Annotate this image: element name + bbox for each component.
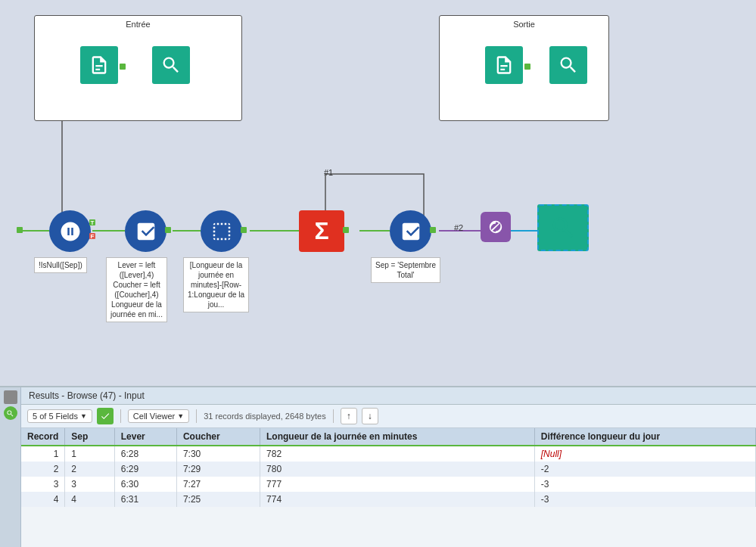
table-row[interactable]: 446:317:25774-3 (21, 492, 756, 507)
cell-lever: 6:31 (114, 492, 176, 507)
toolbar-separator-2 (196, 409, 197, 423)
cell-sep: 1 (65, 446, 114, 462)
filter-false-connector: F (89, 233, 95, 239)
workflow-canvas[interactable]: Entrée Sortie (0, 0, 756, 386)
col-longueur: Longueur de la journée en minutes (260, 428, 535, 446)
cell-record: 3 (21, 477, 65, 492)
sortie-label: Sortie (440, 20, 608, 29)
col-sep: Sep (65, 428, 114, 446)
results-header: Results - Browse (47) - Input (21, 387, 756, 405)
table-row[interactable]: 336:307:27777-3 (21, 477, 756, 492)
entree-viewer-icon[interactable] (152, 46, 190, 84)
results-table-wrapper[interactable]: Record Sep Lever Coucher Longueur de la … (21, 428, 756, 547)
cell-sep: 4 (65, 492, 114, 507)
col-lever: Lever (114, 428, 176, 446)
side-icon-2[interactable] (4, 406, 17, 420)
side-strip (0, 387, 21, 547)
input-connector (17, 227, 23, 233)
formula2-label: Sep = 'SeptembreTotal' (371, 257, 440, 283)
sortie-viewer-icon[interactable] (549, 46, 587, 84)
filter-node[interactable] (49, 210, 91, 252)
formula2-out-connector (430, 227, 436, 233)
sortie-connector-dot (524, 64, 530, 70)
regex-node[interactable] (481, 212, 511, 242)
sortie-browse-icon[interactable] (485, 46, 523, 84)
viewer-dropdown-icon: ▼ (177, 412, 184, 420)
entree-container: Entrée (34, 15, 242, 121)
cell-lever: 6:28 (114, 446, 176, 462)
formula2-node[interactable] (390, 210, 431, 252)
entree-label: Entrée (35, 20, 241, 29)
cell-longueur: 782 (260, 446, 535, 462)
final-browse-node[interactable] (537, 204, 589, 251)
cell-diff: -3 (534, 477, 755, 492)
arrow-up-button[interactable]: ↑ (341, 408, 357, 424)
cell-coucher: 7:29 (176, 462, 260, 477)
filter-true-connector: T (89, 219, 95, 225)
dropdown-arrow-icon: ▼ (80, 412, 87, 420)
cell-longueur: 774 (260, 492, 535, 507)
results-toolbar: 5 of 5 Fields ▼ Cell Viewer ▼ 31 records… (21, 405, 756, 428)
checkmark-button[interactable] (97, 408, 114, 424)
summarize-out-connector (343, 227, 349, 233)
cell-lever: 6:30 (114, 477, 176, 492)
table-row[interactable]: 226:297:29780-2 (21, 462, 756, 477)
cell-longueur: 777 (260, 477, 535, 492)
multirow-node[interactable] (201, 210, 242, 252)
cell-diff: [Null] (534, 446, 755, 462)
side-icon-1[interactable] (4, 390, 17, 404)
table-header-row: Record Sep Lever Coucher Longueur de la … (21, 428, 756, 446)
formula1-node[interactable] (125, 210, 166, 252)
toolbar-separator-1 (120, 409, 121, 423)
cell-longueur: 780 (260, 462, 535, 477)
table-row[interactable]: 116:287:30782[Null] (21, 446, 756, 462)
connector-dot (120, 64, 126, 70)
viewer-label: Cell Viewer (133, 412, 175, 421)
fields-label: 5 of 5 Fields (33, 412, 78, 421)
col-diff: Différence longueur du jour (534, 428, 755, 446)
cell-coucher: 7:27 (176, 477, 260, 492)
arrow-down-button[interactable]: ↓ (362, 408, 378, 424)
fields-button[interactable]: 5 of 5 Fields ▼ (27, 409, 92, 423)
cell-record: 2 (21, 462, 65, 477)
cell-diff: -3 (534, 492, 755, 507)
cell-record: 1 (21, 446, 65, 462)
hash2-label: #2 (454, 223, 463, 232)
cell-sep: 2 (65, 462, 114, 477)
cell-sep: 3 (65, 477, 114, 492)
table-body: 116:287:30782[Null]226:297:29780-2336:30… (21, 446, 756, 507)
cell-lever: 6:29 (114, 462, 176, 477)
results-table: Record Sep Lever Coucher Longueur de la … (21, 428, 756, 507)
results-panel: Results - Browse (47) - Input 5 of 5 Fie… (0, 386, 756, 547)
cell-diff: -2 (534, 462, 755, 477)
cell-coucher: 7:25 (176, 492, 260, 507)
filter-label: !IsNull([Sep]) (34, 257, 87, 273)
results-header-text: Results - Browse (47) - Input (29, 390, 145, 401)
cell-record: 4 (21, 492, 65, 507)
multirow-out-connector (241, 227, 247, 233)
col-record: Record (21, 428, 65, 446)
formula1-out-connector (165, 227, 171, 233)
cell-viewer-button[interactable]: Cell Viewer ▼ (128, 409, 189, 423)
summarize-node[interactable]: Σ (299, 210, 344, 252)
records-info: 31 records displayed, 2648 bytes (204, 412, 325, 421)
col-coucher: Coucher (176, 428, 260, 446)
cell-coucher: 7:30 (176, 446, 260, 462)
sortie-container: Sortie (439, 15, 609, 121)
hash1-label: #1 (324, 168, 333, 177)
formula1-label: Lever = left([Lever],4)Coucher = left([C… (106, 257, 167, 322)
entree-browse-icon[interactable] (80, 46, 118, 84)
multirow-label: [Longueur de lajournée enminutes]-[Row-1… (183, 257, 249, 312)
toolbar-separator-3 (333, 409, 334, 423)
